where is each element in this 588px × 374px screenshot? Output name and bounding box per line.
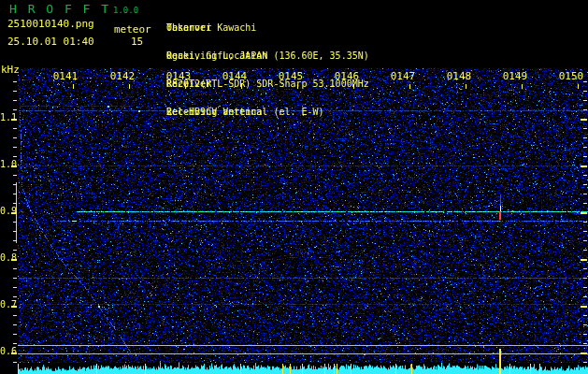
app-title: H R O F F T	[9, 3, 110, 16]
info-value: Takanori Kawachi	[166, 23, 256, 33]
freq-tick-label: 1.1	[0, 113, 15, 122]
observation-mode: meteor	[114, 24, 151, 36]
info-value: Ogaki, Gifu, JAPAN (136.60E, 35.35N)	[166, 51, 369, 61]
time-tick-label: 0143	[165, 71, 192, 82]
freq-tick-label: 0.8	[0, 253, 15, 263]
time-tick-label: 0147	[390, 71, 416, 82]
echo-count: 15	[131, 36, 143, 48]
time-tick-label: 0142	[109, 71, 136, 82]
freq-tick-label: 0.7	[0, 300, 15, 309]
time-tick-label: 0150	[558, 71, 584, 82]
capture-filename: 2510010140.png	[7, 19, 94, 30]
freq-tick-label: 0.9	[0, 207, 15, 216]
freq-tick-label: 1.0	[0, 160, 15, 169]
info-value: 2el-HB9CV Vertical (el. E-W)	[166, 108, 324, 117]
time-tick-label: 0145	[278, 71, 304, 82]
freq-tick-label: 0.6	[0, 347, 15, 356]
capture-datetime: 25.10.01 01:40	[7, 36, 94, 48]
time-tick-label: 0144	[222, 71, 248, 82]
time-tick-label: 0146	[334, 71, 360, 82]
info-row-observer: Observer:Takanori Kawachi	[166, 23, 587, 33]
hrofft-output: H R O F F T 1.0.0 2510010140.png meteor …	[0, 0, 588, 374]
app-version: 1.0.0	[113, 6, 138, 15]
freq-unit-label: kHz	[1, 65, 20, 76]
time-tick-label: 0148	[446, 71, 472, 82]
info-row-antenna: Receiving antenna:2el-HB9CV Vertical (el…	[166, 108, 587, 117]
info-row-location: Receiving Location:Ogaki, Gifu, JAPAN (1…	[166, 51, 587, 61]
time-tick-label: 0149	[502, 71, 528, 82]
time-tick-label: 0141	[52, 71, 79, 82]
